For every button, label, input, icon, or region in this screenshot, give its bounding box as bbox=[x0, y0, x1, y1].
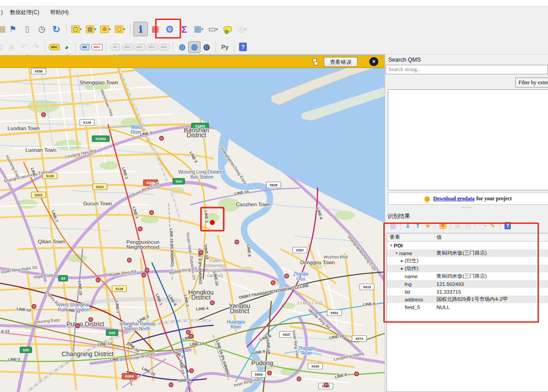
show-bookmarks-icon[interactable]: ▯ bbox=[20, 22, 34, 36]
filter-by-extent-button[interactable]: Filter by extent bbox=[515, 77, 548, 87]
menu-item-clipped[interactable]: ) bbox=[0, 7, 5, 17]
poi-marker[interactable] bbox=[324, 383, 328, 387]
refresh-map-icon[interactable]: ↻ bbox=[49, 22, 64, 36]
pin-labels-icon[interactable]: ab bbox=[78, 41, 91, 53]
menu-item-1[interactable]: 帮助(H) bbox=[45, 7, 74, 18]
clear-results-icon[interactable]: ⊘ bbox=[438, 221, 448, 231]
table-row-name[interactable]: name黄焖鸡米饭(三门路店) bbox=[387, 272, 548, 280]
statistical-summary-icon[interactable]: Σ bbox=[177, 22, 191, 36]
chevron-down-icon[interactable]: ▾ bbox=[201, 27, 203, 31]
print-response-icon[interactable]: ▤ bbox=[463, 221, 473, 231]
select-by-value-icon[interactable]: ▤▾ bbox=[84, 22, 98, 36]
poi-marker[interactable] bbox=[160, 136, 164, 140]
view-errors-button[interactable]: 查看错误 bbox=[324, 57, 357, 67]
identified-poi-marker[interactable] bbox=[210, 220, 215, 225]
clipped-page-icon[interactable]: ▯ bbox=[0, 41, 5, 53]
poi-marker[interactable] bbox=[355, 372, 359, 376]
table-row-(动作)[interactable]: ▶(动作) bbox=[387, 265, 548, 272]
poi-marker[interactable] bbox=[186, 330, 191, 334]
identify-features-icon[interactable]: ℹ bbox=[133, 22, 148, 36]
table-row-lng[interactable]: lng121.502493 bbox=[387, 280, 548, 288]
identify-mode-icon[interactable]: ▢▾ bbox=[478, 221, 488, 231]
poi-marker[interactable] bbox=[142, 273, 146, 277]
poi-marker[interactable] bbox=[297, 377, 301, 381]
poi-marker[interactable] bbox=[96, 278, 100, 282]
poi-marker[interactable] bbox=[138, 227, 142, 231]
poi-marker[interactable] bbox=[285, 274, 289, 278]
rotate-label-icon[interactable]: abc bbox=[146, 41, 158, 53]
highlight-pinned-labels-icon[interactable]: abc bbox=[91, 41, 103, 53]
qms-results-list[interactable] bbox=[388, 89, 548, 190]
poi-marker[interactable] bbox=[235, 240, 239, 244]
poi-marker[interactable] bbox=[89, 318, 93, 322]
undo-icon[interactable]: ↶ bbox=[18, 41, 30, 53]
add-bookmark-icon[interactable]: ⚑ bbox=[5, 22, 20, 36]
chevron-down-icon[interactable]: ▾ bbox=[245, 27, 246, 31]
poi-marker[interactable] bbox=[169, 383, 173, 387]
layer-diagram-icon[interactable]: ◕ bbox=[60, 41, 73, 53]
expand-all-icon[interactable]: ⇓ bbox=[403, 221, 413, 231]
map-canvas[interactable]: X658X129G1503G1503S126S322S322S126G346S2… bbox=[0, 54, 385, 392]
poi-marker[interactable] bbox=[150, 211, 154, 215]
tree-toggle-icon[interactable]: ▼ bbox=[389, 244, 394, 247]
tree-toggle-icon[interactable]: ▶ bbox=[400, 259, 405, 263]
download-geodata-link[interactable]: Download geodata bbox=[433, 196, 475, 201]
poi-marker[interactable] bbox=[268, 371, 272, 375]
chevron-down-icon[interactable]: ▾ bbox=[123, 27, 125, 31]
chevron-down-icon[interactable]: ▾ bbox=[109, 27, 111, 31]
table-row-POI[interactable]: ▼POI bbox=[387, 242, 548, 249]
show-hidden-labels-icon[interactable]: abc bbox=[121, 41, 133, 53]
panel-splitter[interactable] bbox=[461, 207, 473, 209]
table-row-field_5[interactable]: field_5NULL bbox=[387, 303, 548, 311]
qms-search-input[interactable] bbox=[386, 65, 548, 74]
close-message-icon[interactable]: × bbox=[369, 57, 378, 66]
identify-settings-icon[interactable]: ✎ bbox=[488, 221, 498, 231]
menu-item-0[interactable]: 数据处理(C) bbox=[5, 7, 45, 18]
layer-labeling-icon[interactable]: abc bbox=[48, 41, 60, 53]
messages-stack-icon[interactable] bbox=[313, 58, 318, 65]
change-label-icon[interactable]: abc bbox=[158, 41, 170, 53]
pin-unpin-labels-icon[interactable]: ab bbox=[109, 41, 121, 53]
redo-icon[interactable]: ↷ bbox=[30, 41, 42, 53]
chevron-down-icon[interactable]: ▾ bbox=[216, 27, 218, 31]
chevron-down-icon[interactable]: ▾ bbox=[484, 224, 486, 228]
paste-style-icon[interactable]: ▣ bbox=[5, 41, 18, 53]
tree-toggle-icon[interactable]: ▶ bbox=[400, 267, 405, 271]
results-help-icon[interactable]: ? bbox=[503, 221, 513, 231]
deselect-features-icon[interactable]: ⊘▾ bbox=[98, 22, 113, 36]
table-row-address[interactable]: address国权北路829弄1号市场内4-2甲 bbox=[387, 295, 548, 303]
help-contents-icon[interactable]: ? bbox=[237, 41, 249, 53]
chevron-down-icon[interactable]: ▾ bbox=[80, 27, 82, 31]
collapse-all-icon[interactable]: ⇑ bbox=[413, 221, 423, 231]
select-features-icon[interactable]: ▢▾ bbox=[69, 22, 84, 36]
statistics-abacus-icon[interactable]: ▦ bbox=[148, 22, 162, 36]
expand-new-results-icon[interactable]: ★ bbox=[423, 221, 433, 231]
poi-marker[interactable] bbox=[190, 369, 194, 373]
poi-marker[interactable] bbox=[199, 251, 203, 255]
poi-marker[interactable] bbox=[145, 268, 149, 272]
chevron-down-icon[interactable]: ▾ bbox=[94, 27, 96, 31]
qms-search-icon[interactable]: ◍ bbox=[188, 41, 201, 53]
python-console-icon[interactable]: Py bbox=[219, 41, 231, 53]
poi-marker[interactable] bbox=[189, 334, 193, 339]
open-form-icon[interactable]: ▤ bbox=[388, 221, 398, 231]
map-tips-icon[interactable] bbox=[220, 22, 235, 36]
tree-toggle-icon[interactable]: ▼ bbox=[394, 252, 399, 255]
table-row-name[interactable]: ▼name黄焖鸡米饭(三门路店) bbox=[387, 249, 548, 257]
identify-results-table[interactable]: 要素 值 ▼POI▼name黄焖鸡米饭(三门路店)▶(衍生)▶(动作)name黄… bbox=[387, 233, 548, 392]
poi-marker[interactable] bbox=[127, 258, 132, 262]
poi-marker[interactable] bbox=[210, 301, 215, 305]
processing-toolbox-icon[interactable]: ⚙ bbox=[162, 22, 177, 36]
table-row-lat[interactable]: lat31.333715 bbox=[387, 288, 548, 295]
poi-marker[interactable] bbox=[42, 113, 46, 117]
attribute-table-icon[interactable]: ▦▾ bbox=[191, 22, 206, 36]
measure-icon[interactable]: ▭▾ bbox=[206, 22, 220, 36]
select-by-location-icon[interactable]: ▢▾ bbox=[113, 22, 127, 36]
poi-marker[interactable] bbox=[271, 281, 275, 285]
poi-marker[interactable] bbox=[32, 305, 36, 309]
zoom-to-selection-icon[interactable]: ◎▾ bbox=[235, 22, 250, 36]
poi-marker[interactable] bbox=[76, 324, 80, 328]
clipped-map-icon[interactable]: ▦ bbox=[0, 22, 5, 36]
copy-feature-icon[interactable]: ▣ bbox=[453, 221, 463, 231]
move-label-icon[interactable]: abc bbox=[133, 41, 146, 53]
